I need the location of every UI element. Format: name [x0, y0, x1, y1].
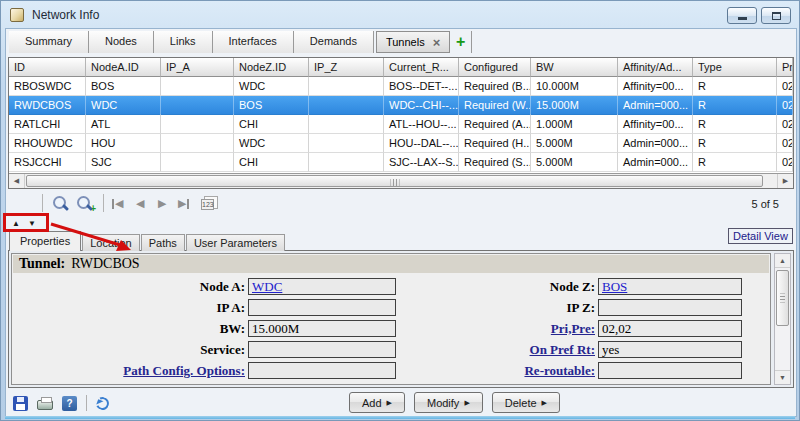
vscroll-thumb[interactable] — [776, 270, 789, 326]
save-icon[interactable] — [13, 396, 28, 411]
network-info-window: Network Info SummaryNodesLinksInterfaces… — [0, 0, 800, 421]
tab-links[interactable]: Links — [154, 31, 213, 53]
table-cell: RATLCHI — [9, 115, 86, 134]
detail-title-bar: Tunnel: RWDCBOS — [13, 255, 769, 273]
close-tab-icon[interactable]: × — [433, 36, 441, 49]
minimize-button[interactable] — [727, 7, 757, 24]
delete-button[interactable]: Delete ▶ — [492, 392, 560, 413]
tab-summary[interactable]: Summary — [9, 31, 89, 53]
field-label-re-routable[interactable]: Re-routable: — [402, 363, 598, 379]
add-button[interactable]: Add ▶ — [349, 392, 405, 413]
table-cell: Affinity=00... — [618, 77, 693, 96]
table-cell: 02 — [777, 77, 793, 96]
table-cell — [161, 77, 234, 96]
table-header-row: IDNodeA.IDIP_ANodeZ.IDIP_ZCurrent_R...Co… — [9, 58, 793, 77]
column-header-configured[interactable]: Configured — [459, 58, 531, 77]
column-header-bw[interactable]: BW — [531, 58, 618, 77]
column-header-current-r[interactable]: Current_R... — [384, 58, 459, 77]
tab-tunnels[interactable]: Tunnels × — [376, 31, 450, 53]
field-value-text: 02,02 — [602, 321, 631, 336]
table-cell: BOS — [234, 96, 309, 115]
refresh-icon[interactable] — [94, 395, 111, 412]
column-header-affinity-ad[interactable]: Affinity/Ad... — [618, 58, 693, 77]
table-body: RBOSWDCBOSWDCBOS--DET--...Required (B...… — [9, 77, 793, 172]
detail-view-button[interactable]: Detail View — [728, 228, 793, 244]
table-row-rboswdc[interactable]: RBOSWDCBOSWDCBOS--DET--...Required (B...… — [9, 77, 793, 96]
scroll-down-icon[interactable]: ▼ — [775, 370, 790, 384]
vertical-scrollbar[interactable]: ▲ ▼ — [774, 253, 791, 385]
menu-caret-icon: ▶ — [542, 399, 547, 407]
properties-pane: Tunnel: RWDCBOS Node A:WDCNode Z:BOSIP A… — [11, 253, 771, 385]
horizontal-scrollbar[interactable]: ◀ ▶ — [9, 173, 793, 188]
tunnels-table: IDNodeA.IDIP_ANodeZ.IDIP_ZCurrent_R...Co… — [8, 57, 794, 189]
table-row-ratlchi[interactable]: RATLCHIATLCHIATL--HOU--...Required (A...… — [9, 115, 793, 134]
column-header-nodez-id[interactable]: NodeZ.ID — [234, 58, 309, 77]
scroll-up-icon[interactable]: ▲ — [775, 254, 790, 268]
table-cell: Admin=000... — [618, 153, 693, 172]
table-row-rwdcbos[interactable]: RWDCBOSWDCBOSWDC--CHI--...Required (W...… — [9, 96, 793, 115]
search-icon[interactable] — [52, 195, 70, 213]
table-cell: HOU--DAL--... — [384, 134, 459, 153]
collapse-down-icon[interactable]: ▼ — [28, 219, 36, 228]
tab-interfaces[interactable]: Interfaces — [213, 31, 294, 53]
modify-button-label: Modify — [427, 397, 459, 409]
detail-tab-location[interactable]: Location — [82, 234, 140, 251]
field-label-path-config-options[interactable]: Path Config. Options: — [20, 363, 248, 379]
table-cell: Required (S... — [459, 153, 531, 172]
column-header-ip-z[interactable]: IP_Z — [309, 58, 384, 77]
tab-demands[interactable]: Demands — [294, 31, 374, 53]
detail-tab-paths[interactable]: Paths — [141, 234, 185, 251]
page-list-icon[interactable]: 123 — [201, 196, 217, 210]
pager-toolbar: + ◀ ◀ ▶ ▶ 123 5 of 5 — [8, 191, 794, 217]
menu-caret-icon: ▶ — [464, 399, 469, 407]
table-cell: Admin=000... — [618, 96, 693, 115]
maximize-button[interactable] — [761, 7, 791, 24]
previous-page-button[interactable]: ◀ — [136, 197, 144, 210]
table-row-rsjcchi[interactable]: RSJCCHISJCCHISJC--LAX--S...Required (S..… — [9, 153, 793, 172]
table-cell — [161, 153, 234, 172]
table-cell: WDC — [234, 77, 309, 96]
table-cell: RBOSWDC — [9, 77, 86, 96]
table-row-rhouwdc[interactable]: RHOUWDCHOUWDCHOU--DAL--...Required (H...… — [9, 134, 793, 153]
next-page-button[interactable]: ▶ — [158, 197, 166, 210]
hscroll-thumb[interactable] — [26, 175, 763, 187]
field-value-text[interactable]: WDC — [252, 279, 282, 294]
field-value-text[interactable]: BOS — [602, 279, 627, 294]
detail-tab-strip: PropertiesLocationPathsUser Parameters — [9, 231, 286, 251]
table-cell: 02 — [777, 153, 793, 172]
field-label-bw: BW: — [20, 321, 248, 337]
prev-arrow-icon: ◀ — [136, 197, 144, 210]
detail-tab-user-parameters[interactable]: User Parameters — [186, 234, 285, 251]
column-header-pr[interactable]: Pr — [777, 58, 793, 77]
scroll-left-icon[interactable]: ◀ — [9, 174, 25, 188]
help-icon[interactable]: ? — [62, 396, 77, 411]
collapse-up-icon[interactable]: ▲ — [12, 219, 20, 228]
bottom-toolbar: ? Add ▶ Modify ▶ Delete ▶ — [8, 390, 794, 417]
print-icon[interactable] — [37, 400, 53, 410]
column-header-id[interactable]: ID — [9, 58, 86, 77]
field-label-on-pref-rt[interactable]: On Pref Rt: — [402, 342, 598, 358]
first-page-button[interactable]: ◀ — [112, 197, 123, 210]
scroll-right-icon[interactable]: ▶ — [777, 174, 793, 188]
column-header-nodea-id[interactable]: NodeA.ID — [86, 58, 161, 77]
title-bar: Network Info — [1, 1, 799, 28]
add-tab-button[interactable]: + — [450, 31, 472, 53]
hscroll-track[interactable] — [25, 174, 777, 188]
tab-nodes[interactable]: Nodes — [89, 31, 154, 53]
table-cell: 5.000M — [531, 153, 618, 172]
detail-tab-properties[interactable]: Properties — [9, 231, 81, 251]
pane-collapse-control[interactable]: ▲ ▼ — [12, 219, 36, 228]
table-cell — [309, 115, 384, 134]
column-header-type[interactable]: Type — [693, 58, 777, 77]
action-buttons: Add ▶ Modify ▶ Delete ▶ — [349, 392, 560, 413]
table-cell: SJC — [86, 153, 161, 172]
search-add-icon[interactable]: + — [76, 195, 94, 213]
modify-button[interactable]: Modify ▶ — [414, 392, 483, 413]
toolbar-separator — [86, 395, 87, 411]
column-header-ip-a[interactable]: IP_A — [161, 58, 234, 77]
row-count-label: 5 of 5 — [751, 198, 779, 210]
field-label-pri-pre[interactable]: Pri,Pre: — [402, 321, 598, 337]
table-cell: SJC--LAX--S... — [384, 153, 459, 172]
app-icon — [10, 8, 24, 22]
last-page-button[interactable]: ▶ — [178, 197, 189, 210]
